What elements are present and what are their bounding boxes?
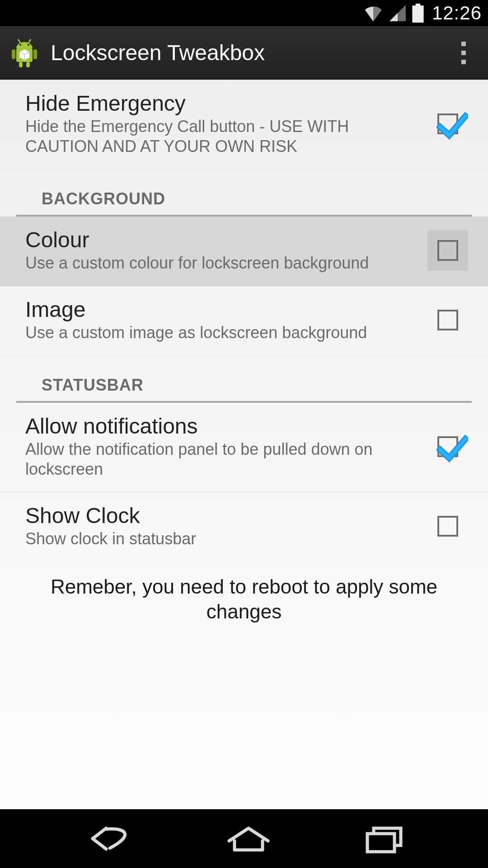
back-button[interactable] [79,823,138,854]
pref-colour[interactable]: Colour Use a custom colour for lockscree… [0,217,488,286]
svg-point-7 [19,43,22,46]
checkbox[interactable] [437,436,458,457]
svg-rect-3 [12,49,15,59]
overflow-menu-button[interactable] [447,37,480,69]
svg-rect-13 [367,834,394,852]
recents-button[interactable] [359,823,409,854]
battery-icon [412,4,424,23]
pref-title: Colour [25,227,414,252]
checkbox[interactable] [437,113,458,134]
pref-hide-emergency[interactable]: Hide Emergency Hide the Emergency Call b… [0,80,488,170]
pref-allow-notifications[interactable]: Allow notifications Allow the notificati… [0,403,488,492]
pref-summary: Show clock in statusbar [25,529,414,549]
pref-image[interactable]: Image Use a custom image as lockscreen b… [0,286,488,356]
menu-dots-icon [461,42,466,46]
pref-title: Hide Emergency [25,91,414,116]
pref-summary: Hide the Emergency Call button - USE WIT… [25,117,414,156]
checkbox[interactable] [437,516,458,537]
wifi-icon [363,4,383,22]
check-icon [436,111,468,142]
svg-rect-5 [19,62,23,67]
pref-title: Image [25,297,414,322]
status-bar: 12:26 [0,0,488,26]
action-bar: Lockscreen Tweakbox [0,26,488,80]
svg-rect-6 [26,62,30,67]
svg-rect-4 [33,49,37,59]
pref-summary: Use a custom image as lockscreen backgro… [25,323,414,343]
pref-summary: Allow the notification panel to be pulle… [25,439,414,479]
cell-signal-icon [389,4,407,22]
pref-summary: Use a custom colour for lockscreen backg… [25,253,414,273]
svg-point-8 [28,43,30,46]
svg-line-9 [18,39,20,43]
svg-rect-0 [412,5,423,23]
checkbox[interactable] [437,240,458,261]
pref-title: Show Clock [25,503,414,528]
pref-title: Allow notifications [25,414,414,439]
pref-show-clock[interactable]: Show Clock Show clock in statusbar [0,492,488,561]
settings-list: Hide Emergency Hide the Emergency Call b… [0,80,488,809]
footer-note: Remeber, you need to reboot to apply som… [0,561,488,642]
section-header-statusbar: STATUSBAR [16,356,472,403]
app-icon [8,37,41,69]
page-title: Lockscreen Tweakbox [51,40,447,65]
status-time: 12:26 [432,2,482,24]
navigation-bar [0,809,488,868]
section-header-background: BACKGROUND [16,170,472,217]
home-button[interactable] [224,823,273,854]
check-icon [436,434,468,465]
checkbox[interactable] [437,310,458,330]
svg-rect-1 [416,4,421,6]
svg-line-10 [28,39,31,43]
